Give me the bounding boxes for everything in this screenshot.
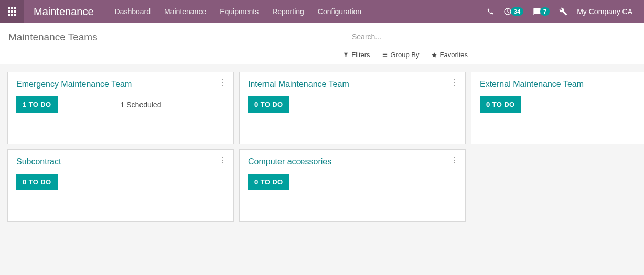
team-card: ⋮ External Maintenance Team 0 TO DO xyxy=(471,72,644,144)
kanban-board: ⋮ Emergency Maintenance Team 1 TO DO 1 S… xyxy=(0,64,644,229)
funnel-icon xyxy=(343,52,349,58)
kebab-icon[interactable]: ⋮ xyxy=(219,79,227,87)
team-title[interactable]: Emergency Maintenance Team xyxy=(16,80,225,89)
todo-button[interactable]: 1 TO DO xyxy=(16,96,58,113)
settings-icon[interactable] xyxy=(559,7,567,16)
team-title[interactable]: Internal Maintenance Team xyxy=(248,80,457,89)
apps-icon[interactable] xyxy=(0,0,24,23)
todo-button[interactable]: 0 TO DO xyxy=(248,96,289,113)
favorites-label: Favorites xyxy=(440,51,468,59)
company-switcher[interactable]: My Company CA xyxy=(577,7,632,16)
star-icon xyxy=(431,52,437,58)
favorites-button[interactable]: Favorites xyxy=(431,51,468,59)
menu-dashboard[interactable]: Dashboard xyxy=(115,7,151,16)
kebab-icon[interactable]: ⋮ xyxy=(450,79,459,87)
brand-title[interactable]: Maintenance xyxy=(34,6,94,18)
breadcrumb: Maintenance Teams xyxy=(8,31,98,43)
team-title[interactable]: Subcontract xyxy=(16,157,225,167)
group-by-label: Group By xyxy=(391,51,420,59)
list-icon xyxy=(382,52,388,58)
menu-maintenance[interactable]: Maintenance xyxy=(164,7,206,16)
menu-reporting[interactable]: Reporting xyxy=(272,7,304,16)
scheduled-label[interactable]: 1 Scheduled xyxy=(121,101,162,109)
filters-button[interactable]: Filters xyxy=(343,51,370,59)
systray: 34 7 My Company CA xyxy=(487,7,644,16)
control-panel: Maintenance Teams Filters Group By Favor… xyxy=(0,23,644,64)
group-by-button[interactable]: Group By xyxy=(382,51,420,59)
todo-button[interactable]: 0 TO DO xyxy=(480,96,521,113)
topbar: Maintenance Dashboard Maintenance Equipm… xyxy=(0,0,644,23)
discuss-badge: 7 xyxy=(540,7,550,16)
phone-icon[interactable] xyxy=(487,8,494,15)
team-card: ⋮ Subcontract 0 TO DO xyxy=(7,149,234,222)
todo-button[interactable]: 0 TO DO xyxy=(16,174,58,190)
menu-equipments[interactable]: Equipments xyxy=(220,7,259,16)
team-card: ⋮ Internal Maintenance Team 0 TO DO xyxy=(239,72,466,144)
discuss-icon[interactable]: 7 xyxy=(533,7,550,16)
team-title[interactable]: External Maintenance Team xyxy=(480,80,644,89)
search-input[interactable] xyxy=(350,30,636,43)
main-menu: Dashboard Maintenance Equipments Reporti… xyxy=(115,7,362,16)
apps-grid-icon xyxy=(8,7,16,16)
team-card: ⋮ Computer accessories 0 TO DO xyxy=(239,149,466,222)
kebab-icon[interactable]: ⋮ xyxy=(450,156,459,164)
kebab-icon[interactable]: ⋮ xyxy=(219,156,227,164)
filters-label: Filters xyxy=(351,51,370,59)
todo-button[interactable]: 0 TO DO xyxy=(248,174,289,190)
activity-icon[interactable]: 34 xyxy=(503,7,523,16)
activity-badge: 34 xyxy=(511,7,523,16)
team-title[interactable]: Computer accessories xyxy=(248,157,457,167)
menu-configuration[interactable]: Configuration xyxy=(318,7,361,16)
team-card: ⋮ Emergency Maintenance Team 1 TO DO 1 S… xyxy=(7,72,234,144)
